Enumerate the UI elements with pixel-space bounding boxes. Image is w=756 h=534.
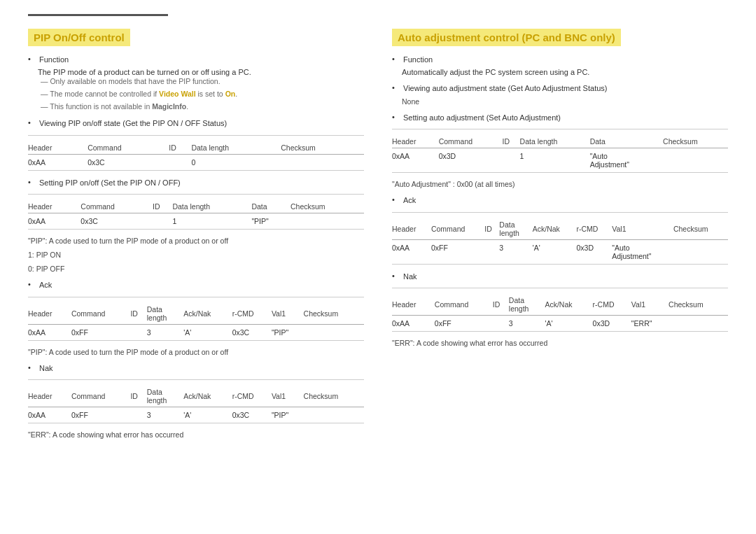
td-command-a: 0xFF	[71, 324, 130, 340]
videowall-highlight: Video Wall	[159, 90, 196, 98]
th-id2: ID	[153, 200, 172, 213]
td-id2	[153, 213, 172, 230]
td-header: 0xAA	[28, 154, 88, 170]
function-desc: The PIP mode of a product can be turned …	[28, 68, 364, 76]
r-ack-item: • Ack	[392, 195, 728, 206]
r-function-label: Function	[403, 55, 433, 65]
r-table1-top-rule	[392, 129, 728, 129]
r-nak-label: Nak	[403, 272, 417, 282]
r-td-rcmd-n: 0x3D	[593, 315, 631, 331]
td-checksum-a	[304, 324, 364, 340]
th-acknak-n: Ack/Nak	[183, 386, 232, 407]
pip-view-table: Header Command ID Data length Checksum 0…	[28, 141, 364, 171]
sub-note-2: The mode cannot be controlled if Video W…	[28, 89, 364, 99]
th-id: ID	[169, 141, 191, 155]
th-val1-a: Val1	[272, 303, 304, 325]
th-header2: Header	[28, 200, 80, 213]
table2-header-row: Header Command ID Data length Data Check…	[28, 200, 364, 213]
td-datalength2: 1	[172, 213, 251, 230]
table2-container: Header Command ID Data length Data Check…	[28, 194, 364, 230]
r-td-val1-n: "ERR"	[631, 315, 668, 331]
nak-label: Nak	[39, 363, 53, 374]
td-val1-n: "PIP"	[272, 407, 304, 423]
bullet-dot: •	[28, 55, 35, 63]
r-td-datalength-n: 3	[509, 315, 545, 331]
setting-pip-item: • Setting PIP on/off (Set the PIP ON / O…	[28, 178, 364, 188]
pip-code-note: "PIP": A code used to turn the PIP mode …	[28, 237, 364, 245]
right-section-title: Auto adjustment control (PC and BNC only…	[392, 29, 621, 46]
r-viewing-label: Viewing auto adjustment state (Get Auto …	[403, 83, 607, 94]
r-th-rcmd-n: r-CMD	[593, 294, 631, 316]
td-id-n	[130, 407, 146, 423]
ack-item: • Ack	[28, 280, 364, 290]
auto-note: "Auto Adjustment" : 0x00 (at all times)	[392, 180, 728, 188]
th-command: Command	[88, 141, 169, 155]
table1-top-rule	[28, 135, 364, 136]
r-td-header: 0xAA	[392, 148, 439, 173]
page-layout: PIP On/Off control • Function The PIP mo…	[28, 29, 728, 446]
table-row: 0xAA 0xFF 3 'A' 0x3C "PIP"	[28, 407, 364, 423]
table-row: 0xAA 0x3D 1 "AutoAdjustment"	[392, 148, 728, 173]
sub-note-3: This function is not available in MagicI…	[28, 101, 364, 112]
auto-nak-table: Header Command ID Datalength Ack/Nak r-C…	[392, 294, 728, 332]
th-datalength2: Data length	[172, 200, 251, 213]
r-td-acknak-n: 'A'	[545, 315, 592, 331]
r-ack-header-row: Header Command ID Datalength Ack/Nak r-C…	[392, 218, 728, 240]
r-th-id-a: ID	[484, 218, 499, 240]
r-th-checksum: Checksum	[663, 135, 728, 148]
r-th-val1-n: Val1	[631, 294, 668, 316]
r-th-checksum-n: Checksum	[668, 294, 728, 316]
td-header2: 0xAA	[28, 213, 80, 230]
r-th-datalength-n: Datalength	[509, 294, 545, 316]
nak-item: • Nak	[28, 363, 364, 374]
td-datalength-n: 3	[147, 407, 184, 423]
r-th-header: Header	[392, 135, 439, 148]
td-id-a	[130, 324, 146, 340]
td-id	[169, 154, 191, 170]
r-table1-container: Header Command ID Data length Data Check…	[392, 129, 728, 173]
r-td-datalength: 1	[520, 148, 590, 173]
auto-set-table: Header Command ID Data length Data Check…	[392, 135, 728, 173]
th-rcmd-a: r-CMD	[232, 303, 272, 325]
td-command: 0x3C	[88, 154, 169, 170]
r-th-id-n: ID	[493, 294, 509, 316]
th-id-n: ID	[130, 386, 146, 407]
pip-set-table: Header Command ID Data length Data Check…	[28, 200, 364, 230]
ack-label: Ack	[39, 280, 52, 290]
r-bullet-dot: •	[392, 55, 399, 63]
r-ack-label: Ack	[403, 195, 416, 206]
td-header-n: 0xAA	[28, 407, 71, 423]
th-acknak-a: Ack/Nak	[183, 303, 232, 325]
viewing-pip-label: Viewing PIP on/off state (Get the PIP ON…	[39, 118, 227, 129]
err-note-right: "ERR": A code showing what error has occ…	[392, 339, 728, 347]
th-header-n: Header	[28, 386, 71, 407]
ack-header-row: Header Command ID Datalength Ack/Nak r-C…	[28, 303, 364, 325]
left-column: PIP On/Off control • Function The PIP mo…	[28, 29, 364, 446]
r-td-checksum	[663, 148, 728, 173]
th-header-a: Header	[28, 303, 71, 325]
r-function-item: • Function	[392, 55, 728, 65]
err-note-left: "ERR": A code showing what error has occ…	[28, 430, 364, 439]
left-section-title: PIP On/Off control	[28, 29, 130, 46]
r-th-acknak-n: Ack/Nak	[545, 294, 592, 316]
r-function-desc: Automatically adjust the PC system scree…	[392, 68, 728, 76]
r-td-id-a	[484, 239, 499, 264]
bullet-dot-4: •	[28, 280, 35, 288]
viewing-pip-item: • Viewing PIP on/off state (Get the PIP …	[28, 118, 364, 129]
td-datalength: 0	[191, 154, 281, 170]
r-th-id: ID	[502, 135, 519, 148]
top-rule	[28, 14, 168, 16]
r-th-command: Command	[439, 135, 503, 148]
td-checksum-n	[304, 407, 364, 423]
r-th-val1-a: Val1	[612, 218, 673, 240]
r-th-header-n: Header	[392, 294, 435, 316]
td-rcmd-n: 0x3C	[232, 407, 272, 423]
ack-table-container: Header Command ID Datalength Ack/Nak r-C…	[28, 297, 364, 341]
r-bullet-dot-5: •	[392, 272, 399, 280]
td-header-a: 0xAA	[28, 324, 71, 340]
pip-off-note: 0: PIP OFF	[28, 265, 364, 273]
r-td-datalength-a: 3	[499, 239, 532, 264]
r-td-id-n	[493, 315, 509, 331]
th-command2: Command	[80, 200, 153, 213]
table1-container: Header Command ID Data length Checksum 0…	[28, 135, 364, 171]
